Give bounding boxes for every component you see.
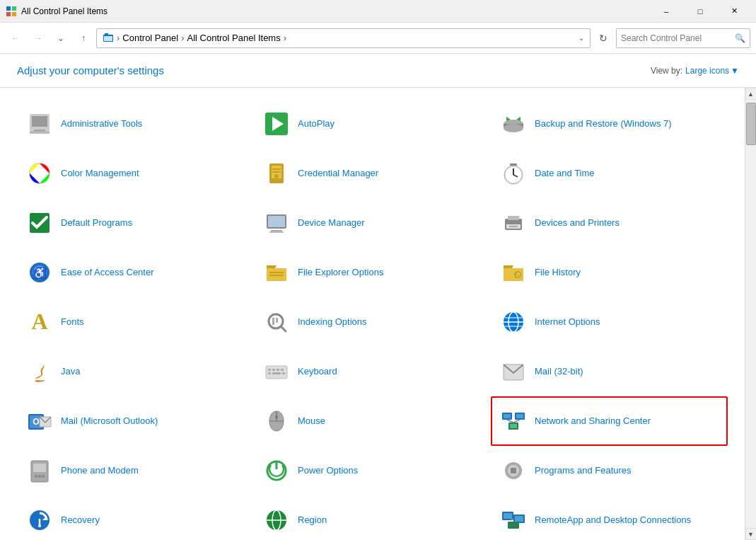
viewby-label: View by: — [651, 66, 682, 76]
mail-outlook-icon: O — [25, 407, 54, 435]
scrollbar[interactable]: ▲ ▼ — [745, 88, 756, 540]
control-item-date-time[interactable]: Date and Time — [491, 149, 728, 198]
backup-restore-icon — [499, 110, 528, 138]
svg-text:O: O — [33, 417, 39, 427]
phone-modem-label: Phone and Modem — [61, 465, 139, 477]
control-item-network-sharing[interactable]: Network and Sharing Center — [491, 396, 728, 446]
mouse-label: Mouse — [298, 415, 325, 427]
control-item-phone-modem[interactable]: Phone and Modem — [17, 446, 254, 495]
control-item-internet-options[interactable]: Internet Options — [491, 297, 728, 347]
items-grid: Administrative ToolsAutoPlayBackup and R… — [0, 88, 745, 540]
control-item-credential-mgr[interactable]: Credential Manager — [254, 149, 491, 198]
back-button[interactable]: ← — [6, 28, 25, 48]
view-by: View by: Large icons ▼ — [651, 66, 739, 76]
date-time-icon — [499, 159, 528, 188]
keyboard-label: Keyboard — [298, 366, 337, 378]
svg-point-90 — [38, 524, 41, 527]
control-item-color-mgmt[interactable]: Color Management — [17, 149, 254, 198]
svg-rect-70 — [504, 414, 511, 418]
forward-button[interactable]: → — [28, 28, 48, 48]
control-item-power-options[interactable]: Power Options — [254, 446, 491, 495]
devices-printers-label: Devices and Printers — [535, 217, 620, 229]
viewby-value[interactable]: Large icons ▼ — [685, 66, 739, 76]
credential-mgr-icon — [262, 159, 291, 188]
control-item-ease-access[interactable]: ♿Ease of Access Center — [17, 248, 254, 297]
svg-rect-74 — [510, 424, 517, 428]
svg-rect-58 — [268, 372, 271, 374]
minimize-button[interactable]: – — [650, 0, 682, 23]
svg-rect-46 — [272, 318, 274, 325]
svg-rect-78 — [33, 464, 46, 472]
control-item-indexing[interactable]: Indexing Options — [254, 297, 491, 347]
control-item-mouse[interactable]: Mouse — [254, 396, 491, 446]
java-icon — [25, 357, 54, 386]
control-item-keyboard[interactable]: Keyboard — [254, 347, 491, 396]
control-item-programs-features[interactable]: Programs and Features — [491, 446, 728, 495]
svg-rect-86 — [511, 468, 516, 473]
expand-button[interactable]: ⌄ — [51, 28, 71, 48]
internet-options-icon — [499, 308, 528, 336]
search-box[interactable]: 🔍 — [616, 28, 750, 48]
path-control-panel[interactable]: Control Panel — [122, 33, 178, 43]
scroll-up-arrow[interactable]: ▲ — [745, 88, 757, 100]
svg-rect-99 — [508, 522, 519, 529]
control-item-recovery[interactable]: Recovery — [17, 495, 254, 540]
indexing-icon — [262, 308, 291, 336]
control-item-mail-32[interactable]: Mail (32-bit) — [491, 347, 728, 396]
control-item-autoplay[interactable]: AutoPlay — [254, 99, 491, 149]
scroll-down-arrow[interactable]: ▼ — [745, 528, 757, 540]
svg-rect-20 — [272, 168, 281, 170]
close-button[interactable]: ✕ — [718, 0, 750, 23]
control-item-region[interactable]: Region — [254, 495, 491, 540]
backup-restore-label: Backup and Restore (Windows 7) — [535, 118, 672, 130]
svg-rect-56 — [277, 369, 279, 371]
svg-rect-57 — [281, 369, 284, 371]
svg-point-19 — [274, 174, 279, 178]
date-time-label: Date and Time — [535, 168, 595, 180]
control-item-remoteapp[interactable]: RemoteApp and Desktop Connections — [491, 495, 728, 540]
address-path[interactable]: › Control Panel › All Control Panel Item… — [96, 28, 591, 48]
svg-rect-1 — [12, 6, 16, 11]
svg-rect-21 — [272, 171, 281, 173]
control-item-file-explorer[interactable]: File Explorer Options — [254, 248, 491, 297]
control-item-fonts[interactable]: AFonts — [17, 297, 254, 347]
remoteapp-label: RemoteApp and Desktop Connections — [535, 515, 691, 527]
up-button[interactable]: ↑ — [74, 28, 93, 48]
search-input[interactable] — [621, 33, 732, 43]
svg-line-45 — [281, 326, 286, 331]
device-mgr-icon — [262, 209, 291, 237]
phone-modem-icon — [25, 456, 54, 485]
devices-printers-icon — [499, 209, 528, 237]
svg-rect-6 — [105, 33, 108, 35]
svg-rect-2 — [6, 12, 11, 16]
control-item-default-programs[interactable]: Default Programs — [17, 198, 254, 248]
scroll-thumb[interactable] — [746, 103, 756, 145]
control-item-devices-printers[interactable]: Devices and Printers — [491, 198, 728, 248]
svg-rect-10 — [34, 130, 45, 132]
control-item-file-history[interactable]: ⏱File History — [491, 248, 728, 297]
control-item-java[interactable]: Java — [17, 347, 254, 396]
path-all-items[interactable]: All Control Panel Items — [187, 33, 280, 43]
control-item-mail-outlook[interactable]: OMail (Microsoft Outlook) — [17, 396, 254, 446]
programs-features-icon — [499, 456, 528, 485]
search-icon[interactable]: 🔍 — [735, 33, 745, 43]
svg-rect-3 — [12, 12, 16, 16]
refresh-button[interactable]: ↻ — [593, 28, 613, 48]
control-item-backup-restore[interactable]: Backup and Restore (Windows 7) — [491, 99, 728, 149]
maximize-button[interactable]: □ — [684, 0, 716, 23]
file-history-icon: ⏱ — [499, 258, 528, 287]
admin-tools-label: Administrative Tools — [61, 118, 142, 130]
recovery-icon — [25, 506, 54, 534]
content-header: Adjust your computer's settings View by:… — [0, 54, 756, 88]
control-item-admin-tools[interactable]: Administrative Tools — [17, 99, 254, 149]
page-title: Adjust your computer's settings — [17, 64, 651, 76]
svg-rect-55 — [272, 369, 275, 371]
internet-options-label: Internet Options — [535, 316, 600, 328]
file-history-label: File History — [535, 267, 581, 279]
window-title: All Control Panel Items — [21, 6, 650, 16]
scroll-track — [745, 100, 757, 528]
svg-line-75 — [507, 420, 513, 423]
path-dropdown[interactable]: ⌄ — [578, 34, 584, 42]
control-item-device-mgr[interactable]: Device Manager — [254, 198, 491, 248]
address-bar: ← → ⌄ ↑ › Control Panel › All Control Pa… — [0, 23, 756, 54]
